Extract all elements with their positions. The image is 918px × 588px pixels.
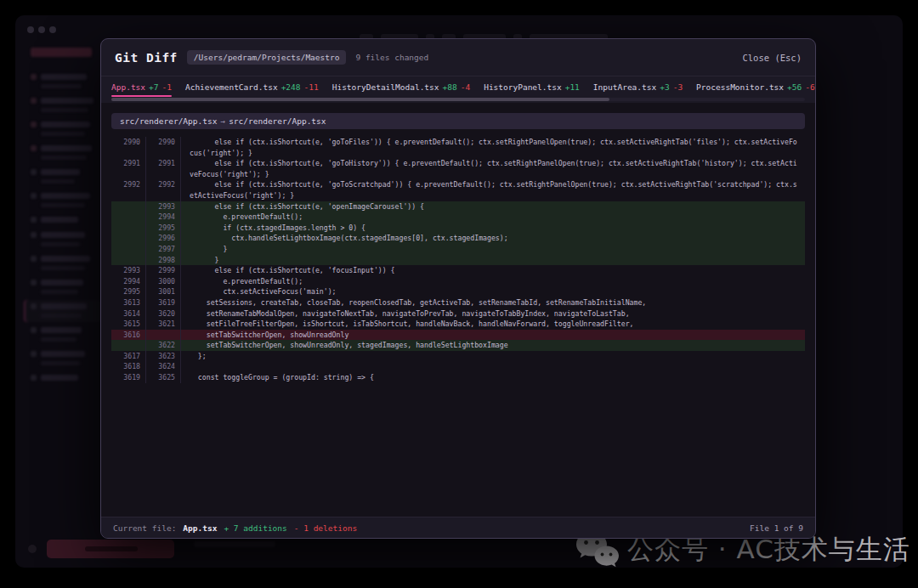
line-code: else if (ctx.isShortcut(e, 'goToFiles'))… <box>181 137 805 158</box>
diff-file-tab[interactable]: InputArea.tsx +3 -3 <box>593 76 683 97</box>
tab-scrollbar-thumb[interactable] <box>111 98 609 101</box>
repo-path-badge: /Users/pedram/Projects/Maestro <box>187 50 347 65</box>
new-line-number: 3622 <box>146 340 181 351</box>
old-line-number <box>111 255 146 266</box>
line-code: const toggleGroup = (groupId: string) =>… <box>181 372 805 383</box>
old-line-number: 2990 <box>111 137 146 158</box>
dimmed-sidebar-item <box>24 371 102 385</box>
diff-line: 2990 2990 else if (ctx.isShortcut(e, 'go… <box>111 137 805 158</box>
dimmed-sidebar-item <box>24 118 102 140</box>
diff-file-tab[interactable]: ProcessMonitor.tsx +56 -61 <box>696 76 815 97</box>
old-line-number: 2992 <box>111 179 146 201</box>
current-file-name: App.tsx <box>183 523 217 533</box>
dimmed-sidebar-item <box>24 229 102 251</box>
new-line-number: 3623 <box>146 351 181 362</box>
diff-line: 2995 if (ctx.stagedImages.length > 0) { <box>111 223 805 234</box>
diff-line: 3618 3624 <box>111 361 805 372</box>
new-line-number: 2993 <box>146 201 181 212</box>
close-button[interactable]: Close (Esc) <box>742 53 802 63</box>
old-line-number: 3615 <box>111 319 146 330</box>
diff-content-area[interactable]: src/renderer/App.tsx→src/renderer/App.ts… <box>101 103 815 517</box>
minimize-window-icon <box>38 26 45 33</box>
diff-line: 2998 } <box>111 255 805 266</box>
new-line-number: 3001 <box>146 286 181 297</box>
dimmed-red-button <box>47 540 174 558</box>
dimmed-sidebar-item <box>24 166 102 188</box>
diff-file-header: src/renderer/App.tsx→src/renderer/App.ts… <box>111 113 805 129</box>
line-code: }; <box>181 351 805 362</box>
new-line-number <box>146 330 181 341</box>
diff-line: 3622 setTabSwitcherOpen, showUnreadOnly,… <box>111 340 805 351</box>
dimmed-sidebar <box>24 41 102 529</box>
line-code: setTabSwitcherOpen, showUnreadOnly, stag… <box>181 340 805 351</box>
deletions-summary: - 1 deletions <box>294 523 357 533</box>
tab-scrollbar <box>101 97 815 103</box>
diff-line: 2993 else if (ctx.isShortcut(e, 'openIma… <box>111 201 805 212</box>
new-line-number: 3624 <box>146 361 181 372</box>
new-line-number: 2990 <box>146 137 181 158</box>
screen: 公众号 · AC技术与生活 Git Diff /Users/pedram/Pro… <box>0 0 918 588</box>
line-code: setFileTreeFilterOpen, isShortcut, isTab… <box>181 319 805 330</box>
dimmed-sidebar-item <box>24 348 102 370</box>
new-line-number: 3621 <box>146 319 181 330</box>
old-line-number: 2993 <box>111 265 146 276</box>
old-line-number: 3619 <box>111 372 146 383</box>
modal-title: Git Diff <box>115 51 178 65</box>
new-line-number: 2991 <box>146 158 181 179</box>
status-dot <box>28 545 37 553</box>
files-changed-count: 9 files changed <box>355 53 428 62</box>
line-code: else if (ctx.isShortcut(e, 'goToScratchp… <box>181 179 805 201</box>
old-line-number <box>111 244 146 255</box>
line-code: else if (ctx.isShortcut(e, 'goToHistory'… <box>181 158 805 179</box>
diff-line: 3614 3620 setRenameTabModalOpen, navigat… <box>111 308 805 319</box>
maximize-window-icon <box>49 26 56 33</box>
diff-file-tab[interactable]: App.tsx +7 -1 <box>111 76 172 97</box>
file-path-to: src/renderer/App.tsx <box>229 116 326 126</box>
new-line-number: 2995 <box>146 223 181 234</box>
old-line-number <box>111 201 146 212</box>
diff-file-tab[interactable]: HistoryDetailModal.tsx +88 -4 <box>332 76 470 97</box>
file-tab-bar: App.tsx +7 -1 AchievementCard.tsx +248 -… <box>101 76 815 97</box>
new-line-number: 2996 <box>146 233 181 244</box>
diff-line: 3617 3623 }; <box>111 351 805 362</box>
old-line-number <box>111 223 146 234</box>
new-line-number: 2994 <box>146 212 181 223</box>
new-line-number: 3619 <box>146 297 181 308</box>
dimmed-sidebar-item <box>24 94 102 116</box>
arrow-icon: → <box>217 116 229 126</box>
dimmed-status-text <box>194 541 275 547</box>
dimmed-sidebar-item <box>24 324 102 346</box>
diff-file-tab[interactable]: AchievementCard.tsx +248 -11 <box>185 76 319 97</box>
diff-line: 2994 e.preventDefault(); <box>111 212 805 223</box>
new-line-number: 3620 <box>146 308 181 319</box>
line-code <box>181 361 805 372</box>
line-code: setSessions, createTab, closeTab, reopen… <box>181 297 805 308</box>
line-code: e.preventDefault(); <box>181 212 805 223</box>
line-code: else if (ctx.isShortcut(e, 'openImageCar… <box>181 201 805 212</box>
diff-line: 2995 3001 ctx.setActiveFocus('main'); <box>111 286 805 297</box>
dimmed-sidebar-item <box>24 252 102 274</box>
file-path-from: src/renderer/App.tsx <box>120 116 217 126</box>
diff-line: 2997 } <box>111 244 805 255</box>
app-logo <box>31 48 92 57</box>
additions-summary: + 7 additions <box>224 523 286 533</box>
file-position: File 1 of 9 <box>750 523 803 533</box>
new-line-number: 2992 <box>146 179 181 201</box>
diff-line: 3613 3619 setSessions, createTab, closeT… <box>111 297 805 308</box>
diff-line: 2994 3000 e.preventDefault(); <box>111 276 805 287</box>
line-code: ctx.setActiveFocus('main'); <box>181 286 805 297</box>
old-line-number <box>111 340 146 351</box>
line-code: ctx.handleSetLightboxImage(ctx.stagedIma… <box>181 233 805 244</box>
diff-line: 3619 3625 const toggleGroup = (groupId: … <box>111 372 805 383</box>
diff-file-tab[interactable]: HistoryPanel.tsx +11 <box>484 76 580 97</box>
line-code: setRenameTabModalOpen, navigateToNextTab… <box>181 308 805 319</box>
line-code: e.preventDefault(); <box>181 276 805 287</box>
old-line-number: 2991 <box>111 158 146 179</box>
dimmed-sidebar-item <box>24 71 102 93</box>
diff-lines: 2990 2990 else if (ctx.isShortcut(e, 'go… <box>111 137 805 383</box>
old-line-number: 3618 <box>111 361 146 372</box>
new-line-number: 3625 <box>146 372 181 383</box>
new-line-number: 2998 <box>146 255 181 266</box>
old-line-number: 3613 <box>111 297 146 308</box>
old-line-number: 2995 <box>111 286 146 297</box>
